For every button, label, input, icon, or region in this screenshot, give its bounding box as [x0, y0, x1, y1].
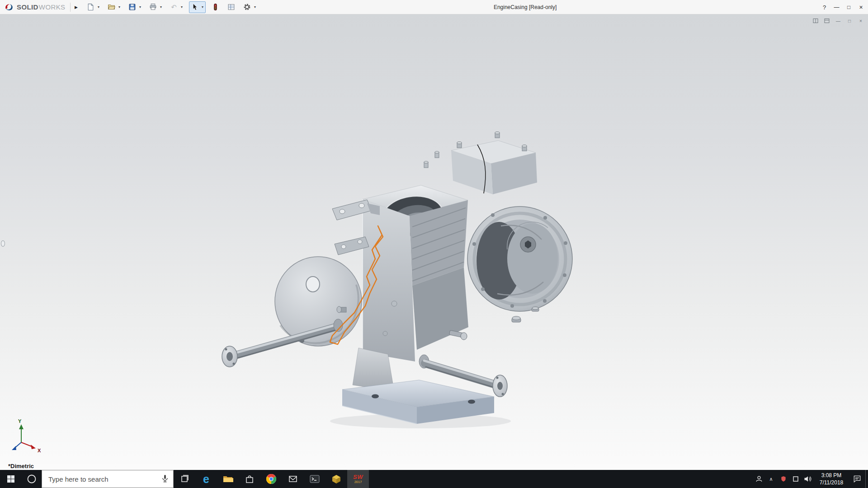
- menu-flyout-button[interactable]: ▶: [72, 2, 80, 13]
- volume-icon[interactable]: [802, 470, 814, 488]
- viewport-pane-icon[interactable]: [823, 17, 830, 24]
- chrome-icon: [266, 474, 277, 484]
- taskbar-clock[interactable]: 3:08 PM 7/11/2018: [814, 470, 849, 488]
- solidworks-2017-button[interactable]: SW2017: [347, 470, 369, 488]
- clutch-housing[interactable]: [467, 206, 572, 322]
- dassault-systemes-icon: [4, 3, 14, 11]
- chevron-down-icon: ▾: [118, 5, 120, 9]
- flyout-arrow-icon: ▶: [75, 5, 78, 9]
- quick-access-toolbar: ▾ ▾ ▾ ▾ ↶ ▾: [85, 1, 262, 13]
- print-button[interactable]: [148, 2, 159, 13]
- minimize-button[interactable]: —: [830, 0, 843, 14]
- properties-button[interactable]: [226, 2, 237, 13]
- select-tool-dropdown[interactable]: ▾: [200, 2, 205, 13]
- help-button[interactable]: ?: [818, 0, 830, 14]
- solidworks-window: SOLIDWORKS ▶ ▾ ▾ ▾: [0, 0, 868, 488]
- open-dropdown[interactable]: ▾: [117, 2, 122, 13]
- print-dropdown[interactable]: ▾: [159, 2, 164, 13]
- solidworks-part-icon: [331, 474, 342, 484]
- chevron-down-icon: ▾: [160, 5, 162, 9]
- store-bag-icon: [245, 474, 255, 484]
- document-window-controls: — □ ×: [812, 17, 864, 24]
- command-prompt-icon: [309, 474, 320, 484]
- solidworks-2017-icon: SW2017: [353, 474, 363, 484]
- save-dropdown[interactable]: ▾: [138, 2, 143, 13]
- action-center-icon[interactable]: [849, 470, 865, 488]
- viewport-split-icon[interactable]: [812, 17, 819, 24]
- select-arrow-icon: [191, 3, 198, 11]
- x-axis-label: X: [38, 448, 41, 453]
- options-dropdown[interactable]: ▾: [253, 2, 258, 13]
- cortana-button[interactable]: [22, 470, 42, 488]
- show-desktop-button[interactable]: [865, 470, 868, 488]
- start-button[interactable]: [0, 470, 22, 488]
- chevron-down-icon: ▾: [181, 5, 183, 9]
- new-document-dropdown[interactable]: ▾: [96, 2, 101, 13]
- cortana-circle-icon: [27, 474, 37, 484]
- taskbar: e SW2017: [0, 470, 868, 488]
- panel-splitter-handle[interactable]: [1, 240, 5, 247]
- task-view-button[interactable]: [174, 470, 195, 488]
- base-plate[interactable]: [342, 348, 494, 424]
- chevron-up-icon: ∧: [769, 476, 773, 482]
- document-title: EngineCasing [Read-only]: [494, 4, 557, 10]
- print-icon: [149, 3, 157, 11]
- edge-button[interactable]: e: [195, 470, 217, 488]
- solidworks-doc-button[interactable]: [326, 470, 347, 488]
- maximize-button[interactable]: □: [843, 0, 855, 14]
- undo-button[interactable]: ↶: [169, 2, 179, 13]
- orientation-triad: Y X: [12, 418, 41, 453]
- file-explorer-icon: [222, 474, 233, 484]
- clock-time: 3:08 PM: [821, 472, 842, 479]
- tray-app-icon[interactable]: [789, 470, 802, 488]
- top-cover[interactable]: [424, 132, 537, 195]
- file-explorer-button[interactable]: [217, 470, 239, 488]
- select-tool-button[interactable]: [189, 2, 200, 13]
- tray-people-icon[interactable]: [753, 470, 765, 488]
- close-button[interactable]: ×: [855, 0, 867, 14]
- design-table-icon: [227, 3, 235, 11]
- store-button[interactable]: [239, 470, 260, 488]
- divider: [70, 3, 71, 12]
- new-document-button[interactable]: [85, 2, 96, 13]
- options-button[interactable]: [242, 2, 253, 13]
- mail-envelope-icon: [288, 474, 298, 484]
- view-orientation-label: *Dimetric: [8, 463, 34, 469]
- undo-icon: ↶: [171, 4, 177, 10]
- doc-close-button[interactable]: ×: [857, 17, 864, 24]
- open-folder-icon: [108, 3, 115, 11]
- taskbar-spacer: [369, 470, 753, 488]
- save-icon: [128, 3, 136, 11]
- tray-expand-chevron[interactable]: ∧: [765, 470, 777, 488]
- brand-solid: SOLID: [17, 3, 38, 11]
- undo-dropdown[interactable]: ▾: [179, 2, 184, 13]
- solidworks-logo: SOLIDWORKS: [0, 0, 70, 14]
- save-button[interactable]: [127, 2, 138, 13]
- doc-minimize-button[interactable]: —: [835, 17, 842, 24]
- mail-button[interactable]: [282, 470, 304, 488]
- new-document-icon: [87, 3, 94, 11]
- rebuild-button[interactable]: [210, 2, 221, 13]
- chevron-down-icon: ▾: [202, 5, 203, 9]
- window-controls: ? — □ ×: [818, 0, 867, 14]
- chrome-button[interactable]: [260, 470, 282, 488]
- chevron-down-icon: ▾: [254, 5, 256, 9]
- y-axis-label: Y: [18, 418, 22, 424]
- edge-icon: e: [203, 474, 209, 485]
- chevron-down-icon: ▾: [139, 5, 141, 9]
- search-input[interactable]: [42, 475, 157, 483]
- graphics-area[interactable]: — □ ×: [0, 14, 868, 470]
- select-tool-group: ▾: [189, 1, 206, 13]
- task-view-icon: [179, 474, 189, 484]
- doc-restore-button[interactable]: □: [846, 17, 853, 24]
- tray-shield-icon[interactable]: [777, 470, 789, 488]
- chevron-down-icon: ▾: [98, 5, 99, 9]
- search-box[interactable]: [42, 470, 174, 488]
- terminal-button[interactable]: [304, 470, 326, 488]
- engine-casing-model[interactable]: Y X: [0, 14, 868, 470]
- windows-logo-icon: [7, 475, 15, 483]
- microphone-icon[interactable]: [157, 470, 173, 488]
- gear-icon: [243, 3, 251, 11]
- open-button[interactable]: [106, 2, 117, 13]
- titlebar: SOLIDWORKS ▶ ▾ ▾ ▾: [0, 0, 868, 14]
